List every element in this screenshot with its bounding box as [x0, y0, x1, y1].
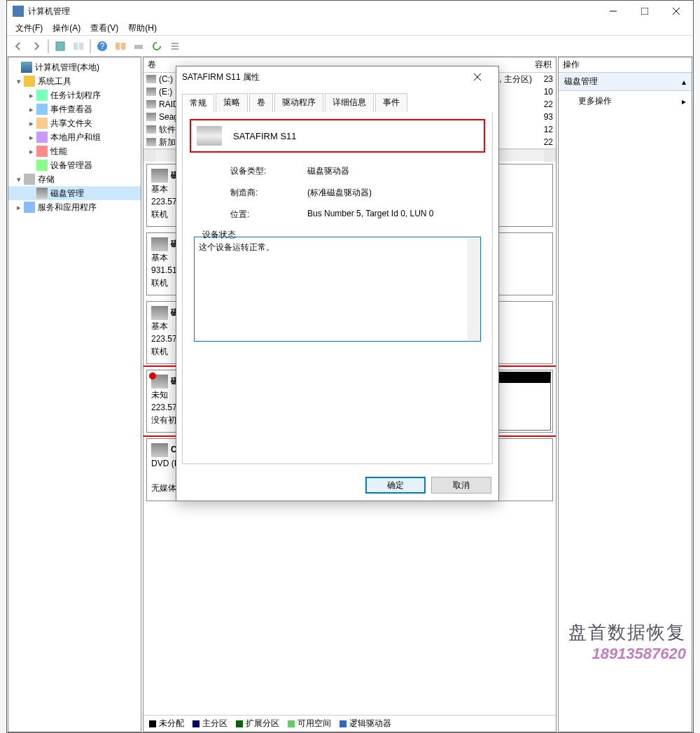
tree-systools[interactable]: ▾系统工具: [8, 74, 141, 88]
tree-services[interactable]: ▸服务和应用程序: [8, 200, 141, 214]
tab-general[interactable]: 常规: [182, 94, 214, 113]
back-button[interactable]: [10, 38, 27, 55]
actions-title: 操作: [559, 57, 692, 73]
legend-label: 主分区: [202, 718, 227, 728]
computer-icon: [21, 62, 32, 73]
svg-rect-11: [134, 45, 143, 49]
action-label: 更多操作: [578, 95, 612, 107]
device-header: SATAFIRM S11: [194, 123, 481, 148]
close-button[interactable]: [660, 1, 692, 22]
tree-label: 本地用户和组: [50, 132, 101, 144]
status-textbox[interactable]: 这个设备运转正常。: [194, 237, 481, 342]
dialog-close-button[interactable]: [461, 67, 493, 88]
collapse-icon[interactable]: ▴: [682, 77, 686, 87]
actions-group[interactable]: 磁盘管理 ▴: [559, 73, 692, 91]
list-button[interactable]: [167, 38, 183, 55]
action-more[interactable]: 更多操作 ▸: [559, 91, 692, 111]
nav-tree[interactable]: 计算机管理(本地) ▾系统工具 ▸任务计划程序 ▸事件查看器 ▸共享文件夹 ▸本…: [8, 57, 141, 732]
device-name: SATAFIRM S11: [233, 131, 297, 141]
disk-button[interactable]: [130, 38, 147, 55]
cancel-button[interactable]: 取消: [431, 477, 491, 494]
legend-label: 可用空间: [298, 718, 331, 728]
property-value: 磁盘驱动器: [307, 165, 481, 177]
tree-label: 计算机管理(本地): [35, 62, 99, 74]
menu-help[interactable]: 帮助(H): [124, 21, 161, 36]
tree-users[interactable]: ▸本地用户和组: [8, 130, 141, 144]
toolbar-separator: [48, 39, 49, 53]
col-volume[interactable]: 卷: [148, 59, 156, 71]
tree-diskmgt[interactable]: 磁盘管理: [8, 186, 141, 200]
property-value: (标准磁盘驱动器): [307, 187, 481, 199]
share-icon: [36, 118, 48, 129]
disk-type: 基本: [151, 184, 168, 194]
svg-rect-4: [56, 42, 64, 50]
tree-perf[interactable]: ▸性能: [8, 144, 141, 158]
tab-policy[interactable]: 策略: [216, 93, 248, 112]
disk-type: 基本: [151, 253, 168, 263]
watermark-text: 盘首数据恢复: [568, 620, 686, 645]
col-capacity[interactable]: 容积: [535, 59, 552, 71]
disk-error-icon: [151, 375, 168, 389]
chevron-right-icon: ▸: [682, 97, 686, 106]
tree-storage[interactable]: ▾存储: [8, 172, 141, 186]
tree-devmgr[interactable]: 设备管理器: [8, 158, 141, 172]
property-row: 制造商:(标准磁盘驱动器): [194, 187, 481, 199]
tab-driver[interactable]: 驱动程序: [274, 93, 323, 112]
disk-type: 基本: [151, 321, 168, 331]
task-icon: [36, 90, 48, 101]
volume-cap: 93: [532, 112, 553, 122]
refresh-button[interactable]: [148, 38, 165, 55]
minimize-button[interactable]: [597, 1, 629, 22]
watermark-phone: 18913587620: [568, 645, 686, 663]
cdrom-status: 无媒体: [151, 483, 176, 493]
svg-rect-9: [115, 43, 120, 50]
users-icon: [36, 132, 48, 143]
window-title: 计算机管理: [28, 6, 597, 18]
device-status-group: 设备状态 这个设备运转正常。: [194, 235, 481, 342]
tree-label: 磁盘管理: [50, 188, 84, 200]
tree-root[interactable]: 计算机管理(本地): [8, 60, 141, 74]
help-button[interactable]: ?: [94, 38, 111, 55]
property-row: 设备类型:磁盘驱动器: [194, 165, 481, 177]
svg-rect-6: [79, 43, 83, 50]
legend-label: 扩展分区: [246, 718, 279, 728]
forward-button[interactable]: [28, 38, 45, 55]
tree-label: 服务和应用程序: [38, 202, 97, 214]
tree-label: 性能: [50, 146, 67, 158]
tree-shared[interactable]: ▸共享文件夹: [8, 116, 141, 130]
ok-button[interactable]: 确定: [365, 477, 426, 494]
menu-action[interactable]: 操作(A): [48, 21, 85, 36]
tree-eventviewer[interactable]: ▸事件查看器: [8, 102, 141, 116]
disk-size: 931.51: [151, 265, 177, 275]
event-icon: [36, 104, 48, 115]
tab-volumes[interactable]: 卷: [249, 93, 273, 112]
titlebar: 计算机管理: [7, 1, 693, 22]
layout-button[interactable]: [70, 38, 87, 55]
dialog-buttons: 确定 取消: [176, 470, 498, 501]
storage-icon: [24, 174, 35, 185]
view-button[interactable]: [52, 38, 69, 55]
status-scrollbar[interactable]: [468, 238, 479, 340]
menu-view[interactable]: 查看(V): [86, 21, 122, 36]
tree-panel: 计算机管理(本地) ▾系统工具 ▸任务计划程序 ▸事件查看器 ▸共享文件夹 ▸本…: [8, 57, 141, 732]
status-text: 这个设备运转正常。: [199, 242, 274, 252]
tab-events[interactable]: 事件: [375, 93, 407, 112]
dialog-title: SATAFIRM S11 属性: [182, 71, 461, 83]
tree-tasksched[interactable]: ▸任务计划程序: [8, 88, 141, 102]
app-icon: [13, 6, 24, 17]
maximize-button[interactable]: [629, 1, 660, 22]
disk-size: 223.57: [151, 197, 177, 207]
volume-icon: [146, 113, 156, 121]
properties-dialog: SATAFIRM S11 属性 常规 策略 卷 驱动程序 详细信息 事件 SAT…: [176, 66, 499, 501]
tab-details[interactable]: 详细信息: [325, 93, 374, 112]
swatch-logical: [340, 720, 346, 727]
tree-label: 任务计划程序: [50, 90, 101, 102]
volume-icon: [146, 125, 156, 134]
menu-file[interactable]: 文件(F): [11, 21, 47, 36]
panels-button[interactable]: [112, 38, 129, 55]
disk-size: 223.57: [151, 334, 177, 344]
volume-cap: 12: [532, 125, 553, 134]
menubar: 文件(F) 操作(A) 查看(V) 帮助(H): [7, 22, 693, 36]
dialog-tabs: 常规 策略 卷 驱动程序 详细信息 事件: [176, 88, 498, 112]
volume-cap: 22: [532, 99, 553, 109]
